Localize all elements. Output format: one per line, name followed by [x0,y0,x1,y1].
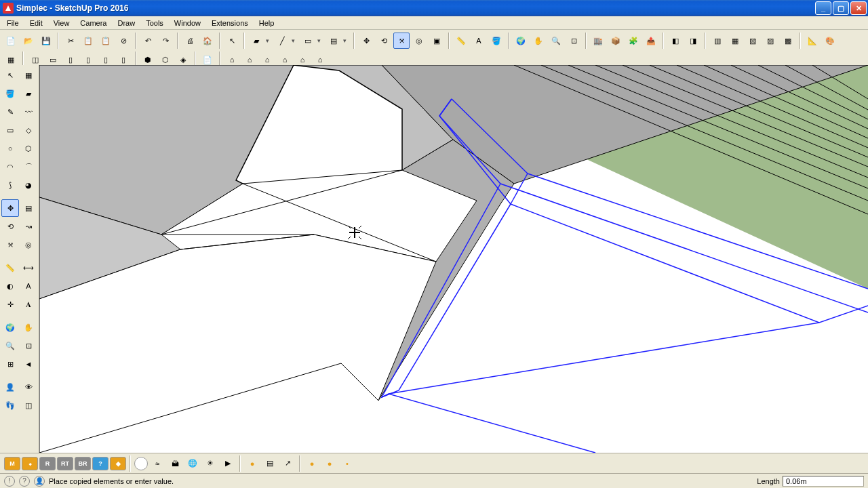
geo-icon[interactable]: 🌐 [184,455,201,472]
warehouse-icon[interactable]: 🏬 [590,33,606,49]
badge-g[interactable]: ⬥ [22,457,38,470]
make-group-icon[interactable]: ▦ [20,66,37,84]
undo-icon[interactable]: ↶ [140,33,156,49]
arc-icon[interactable]: ◠ [1,158,19,176]
rotated-rect-icon[interactable]: ◇ [20,121,37,139]
followme-tool-icon[interactable]: ↝ [20,218,37,235]
ext-warehouse-icon[interactable]: 🧩 [625,33,642,49]
cursor2-icon[interactable]: ↗ [279,455,296,472]
small-dot-icon[interactable]: • [339,455,355,472]
menu-edit[interactable]: Edit [26,18,47,28]
terrain-icon[interactable]: 🏔 [167,455,183,472]
close-button[interactable]: ✕ [850,1,867,15]
badge-d[interactable]: ◆ [110,457,126,470]
tape-icon[interactable]: 📏 [453,33,469,49]
solid-union-icon[interactable]: ◧ [667,33,684,49]
text-icon[interactable]: A [471,33,487,49]
section-icon[interactable]: ◫ [20,396,37,414]
paste-icon[interactable]: 📋 [98,33,114,49]
scale-icon[interactable]: ⤧ [1,236,19,253]
layout-icon[interactable]: 📐 [804,33,821,49]
look-around-icon[interactable]: 👁 [20,378,37,396]
select-icon[interactable]: ↖ [1,66,19,84]
zoom-icon[interactable]: 🔍 [548,33,564,49]
solid-subtract-icon[interactable]: ▥ [709,33,726,49]
model-info-icon[interactable]: 🏠 [199,33,216,49]
fog-icon[interactable]: ≈ [149,455,165,472]
arc2-icon[interactable]: ⌒ [20,158,37,176]
maximize-button[interactable]: ▢ [833,1,849,15]
pie-icon[interactable]: ◕ [20,176,37,194]
previous-icon[interactable]: ◄ [20,355,37,373]
pencil-icon[interactable]: ✎ [1,103,19,121]
3dtext-icon[interactable]: 𝐀 [20,296,37,313]
rectangle-icon-dropdown[interactable]: ▾ [317,37,324,44]
text-tool-icon[interactable]: A [20,277,37,295]
push-pull-icon[interactable]: ▤ [326,33,342,49]
position-camera-icon[interactable]: 👤 [1,378,19,396]
pan-icon[interactable]: ✋ [530,33,547,49]
rectangle-icon[interactable]: ▭ [300,33,316,49]
eraser-icon[interactable]: ▰ [248,33,264,49]
save-icon[interactable]: 💾 [38,33,54,49]
yellow-dot2-icon[interactable]: ● [304,455,320,472]
select-arrow-icon[interactable]: ↖ [224,33,240,49]
cut-icon[interactable]: ✂ [62,33,79,49]
badge-q[interactable]: ? [92,457,108,470]
polygon-icon[interactable]: ⬡ [20,140,37,157]
move-tool-icon[interactable]: ✥ [358,33,374,49]
rotate-icon[interactable]: ⟲ [1,218,19,235]
push-pull-icon-dropdown[interactable]: ▾ [343,37,350,44]
eraser-tool-icon[interactable]: ▰ [20,85,37,102]
sun-icon[interactable]: ☀ [202,455,218,472]
help-icon[interactable]: ? [19,476,30,487]
pushpull-tool-icon[interactable]: ▤ [20,199,37,217]
yellow-dot3-icon[interactable]: ● [321,455,338,472]
minimize-button[interactable]: _ [815,1,831,15]
offset-tool-icon[interactable]: ◎ [20,236,37,253]
play-icon[interactable]: ▶ [220,455,236,472]
line-icon-dropdown[interactable]: ▾ [292,37,298,44]
line-icon[interactable]: ╱ [274,33,290,49]
new-file-icon[interactable]: 📄 [3,33,19,49]
badge-m[interactable]: M [4,457,20,470]
shadow-toggle-icon[interactable] [134,457,148,470]
paint-bucket-icon[interactable]: 🪣 [1,85,19,102]
solid-split-icon[interactable]: ▧ [745,33,761,49]
zoom-window-icon[interactable]: ⊡ [20,337,37,354]
circle-icon[interactable]: ○ [1,140,19,157]
menu-window[interactable]: Window [170,18,205,28]
vcb-input[interactable] [783,476,864,487]
menu-extensions[interactable]: Extensions [208,18,252,28]
menu-tools[interactable]: Tools [142,18,167,28]
copy-icon[interactable]: 📋 [80,33,96,49]
protractor-icon[interactable]: ◐ [1,277,19,295]
menu-view[interactable]: View [50,18,74,28]
walk-icon[interactable]: 👣 [1,396,19,414]
move-icon[interactable]: ✥ [1,199,19,217]
tape-measure-icon[interactable]: 📏 [1,259,19,277]
delete-icon[interactable]: ⊘ [115,33,132,49]
components-icon[interactable]: 📦 [608,33,624,49]
followme-icon[interactable]: ▣ [429,33,445,49]
share-icon[interactable]: 📤 [643,33,659,49]
menu-draw[interactable]: Draw [113,18,139,28]
menu-file[interactable]: File [3,18,23,28]
orbit-icon[interactable]: 🌍 [513,33,529,49]
info-icon[interactable]: ! [4,476,15,487]
paint-icon[interactable]: 🪣 [488,33,505,49]
zoom-ext-icon[interactable]: ⊞ [1,355,19,373]
badge-br[interactable]: BR [75,457,91,470]
scale-tool-icon[interactable]: ⤧ [393,33,410,49]
yellow-dot1-icon[interactable]: ● [244,455,260,472]
pan-tool-icon[interactable]: ✋ [20,319,37,336]
menu-help[interactable]: Help [255,18,279,28]
solid-outer-icon[interactable]: ▨ [762,33,778,49]
arc3-icon[interactable]: ⟆ [1,176,19,194]
style-icon[interactable]: 🎨 [822,33,838,49]
offset-icon[interactable]: ◎ [411,33,427,49]
orbit-tool-icon[interactable]: 🌍 [1,319,19,336]
zoom-extents-icon[interactable]: ⊡ [566,33,582,49]
badge-r[interactable]: R [39,457,56,470]
3d-viewport[interactable] [39,65,868,453]
